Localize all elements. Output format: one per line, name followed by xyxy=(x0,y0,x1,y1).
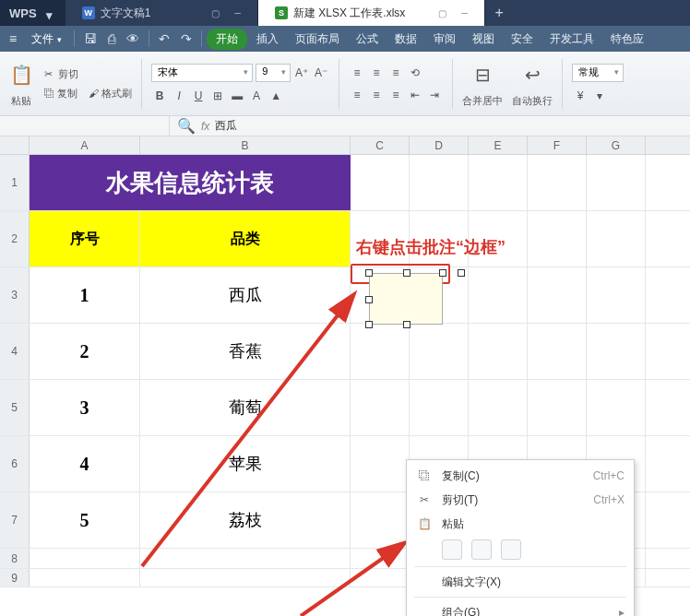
col-header-C[interactable]: C xyxy=(351,136,410,154)
fx-label[interactable]: fx xyxy=(201,120,209,133)
tab-close-icon[interactable]: – xyxy=(234,6,241,19)
row-header[interactable]: 9 xyxy=(0,569,30,586)
font-size-dropdown[interactable]: 9 xyxy=(256,64,291,82)
cell[interactable] xyxy=(587,211,646,267)
fill-icon[interactable]: ▬ xyxy=(229,88,245,104)
cell[interactable] xyxy=(30,549,140,568)
formatpainter-button[interactable]: 🖌 格式刷 xyxy=(89,87,132,101)
row-header[interactable]: 2 xyxy=(0,211,30,267)
file-menu[interactable]: 文件 ▾ xyxy=(24,31,68,47)
number-format-dropdown[interactable]: 常规 xyxy=(572,64,624,82)
col-header-E[interactable]: E xyxy=(469,136,528,154)
currency-icon[interactable]: ¥ xyxy=(572,88,589,104)
row-header[interactable]: 4 xyxy=(0,324,30,379)
tab-view[interactable]: 视图 xyxy=(465,31,502,47)
cell[interactable] xyxy=(410,324,469,379)
tab-review[interactable]: 审阅 xyxy=(426,31,463,47)
resize-handle[interactable] xyxy=(365,269,373,277)
cell[interactable] xyxy=(351,492,410,548)
print-icon[interactable]: ⎙ xyxy=(103,31,120,46)
cell[interactable] xyxy=(351,155,410,210)
ctx-copy[interactable]: ⿻ 复制(C) Ctrl+C xyxy=(407,464,634,488)
name-box[interactable] xyxy=(0,116,170,136)
paste-option-2[interactable] xyxy=(471,539,492,560)
grow-font-icon[interactable]: A⁺ xyxy=(293,65,310,81)
tab-devtools[interactable]: 开发工具 xyxy=(542,31,601,47)
tab-start[interactable]: 开始 xyxy=(207,29,247,50)
header-cell[interactable]: 序号 xyxy=(30,211,140,267)
shrink-font-icon[interactable]: A⁻ xyxy=(313,65,329,81)
cell[interactable] xyxy=(351,436,410,492)
comment-box[interactable] xyxy=(369,273,443,325)
tab-insert[interactable]: 插入 xyxy=(249,31,286,47)
align-center-icon[interactable]: ≡ xyxy=(368,87,385,103)
redo-icon[interactable]: ↷ xyxy=(176,31,196,46)
ctx-group[interactable]: 组合(G) ▸ xyxy=(407,600,634,616)
paste-option-1[interactable] xyxy=(442,539,462,560)
resize-handle[interactable] xyxy=(365,296,373,303)
col-header-B[interactable]: B xyxy=(140,136,351,154)
row-header[interactable]: 6 xyxy=(0,436,30,492)
cell[interactable] xyxy=(587,380,646,435)
align-right-icon[interactable]: ≡ xyxy=(387,87,404,103)
title-cell[interactable]: 水果信息统计表 xyxy=(30,155,351,210)
paste-icon[interactable]: 📋 xyxy=(6,59,37,90)
data-cell[interactable]: 3 xyxy=(30,380,140,435)
align-left-icon[interactable]: ≡ xyxy=(349,87,365,103)
cell[interactable] xyxy=(351,380,410,435)
paste-option-3[interactable] xyxy=(501,539,521,560)
cell[interactable] xyxy=(30,569,140,586)
col-header-D[interactable]: D xyxy=(410,136,469,154)
ctx-paste[interactable]: 📋 粘贴 xyxy=(407,512,634,536)
align-top-icon[interactable]: ≡ xyxy=(349,65,365,81)
tab-data[interactable]: 数据 xyxy=(387,31,424,47)
cut-button[interactable]: ✂剪切 xyxy=(44,67,132,81)
tab-security[interactable]: 安全 xyxy=(504,31,541,47)
ctx-cut[interactable]: ✂ 剪切(T) Ctrl+X xyxy=(407,488,634,512)
tab-pagelayout[interactable]: 页面布局 xyxy=(288,31,347,47)
font-color-triangle-icon[interactable]: ▲ xyxy=(268,88,284,104)
search-icon[interactable]: 🔍 xyxy=(177,117,196,135)
align-middle-icon[interactable]: ≡ xyxy=(368,65,385,81)
cell[interactable] xyxy=(140,549,351,568)
cell[interactable] xyxy=(469,155,528,210)
col-header-A[interactable]: A xyxy=(30,136,140,154)
align-bottom-icon[interactable]: ≡ xyxy=(387,65,404,81)
resize-handle[interactable] xyxy=(439,269,446,277)
ctx-edit-text[interactable]: 编辑文字(X) xyxy=(407,570,634,594)
cell[interactable] xyxy=(528,267,587,323)
header-cell[interactable]: 品类 xyxy=(140,211,351,267)
row-header[interactable]: 1 xyxy=(0,155,30,210)
save-icon[interactable]: 🖫 xyxy=(79,31,101,46)
indent-left-icon[interactable]: ⇤ xyxy=(407,87,423,103)
more-icon[interactable]: ▾ xyxy=(591,88,608,104)
cell[interactable] xyxy=(587,267,646,323)
cell[interactable] xyxy=(351,324,410,379)
cell[interactable] xyxy=(410,155,469,210)
row-header[interactable]: 8 xyxy=(0,549,30,568)
resize-handle[interactable] xyxy=(403,269,410,277)
font-color-a-icon[interactable]: A xyxy=(248,88,265,104)
wrap-button[interactable]: ↩ 自动换行 xyxy=(512,59,553,108)
bold-icon[interactable]: B xyxy=(151,88,168,104)
cell[interactable] xyxy=(140,569,351,586)
indent-right-icon[interactable]: ⇥ xyxy=(426,87,443,103)
cell[interactable] xyxy=(528,211,587,267)
select-all-corner[interactable] xyxy=(0,136,30,154)
resize-handle[interactable] xyxy=(365,321,373,328)
cell[interactable] xyxy=(469,267,528,323)
merge-button[interactable]: ⊟ 合并居中 xyxy=(462,59,503,108)
doc-tab-sheet[interactable]: S 新建 XLSX 工作表.xlsx ▢ – xyxy=(258,0,485,26)
col-header-G[interactable]: G xyxy=(587,136,646,154)
data-cell[interactable]: 1 xyxy=(30,267,140,323)
cell[interactable] xyxy=(410,380,469,435)
paste-label[interactable]: 粘贴 xyxy=(11,94,31,108)
tab-features[interactable]: 特色应 xyxy=(603,31,651,47)
row-header[interactable]: 5 xyxy=(0,380,30,435)
data-cell[interactable]: 西瓜 xyxy=(140,267,351,323)
orientation-icon[interactable]: ⟲ xyxy=(407,65,423,81)
cell[interactable] xyxy=(528,155,587,210)
cell[interactable] xyxy=(351,549,410,568)
hamburger-icon[interactable]: ≡ xyxy=(4,31,22,46)
cell[interactable] xyxy=(528,324,587,379)
